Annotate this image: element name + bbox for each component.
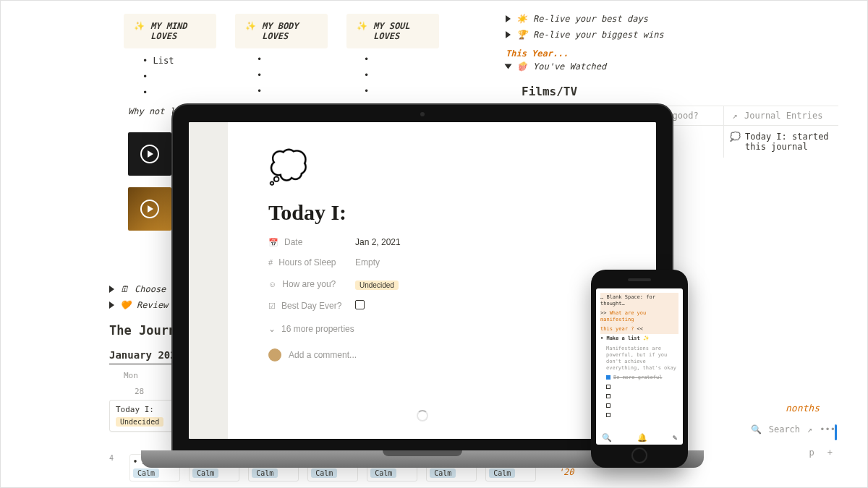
love-card-label: MY BODY LOVES <box>262 21 318 41</box>
day-number: 28 <box>135 387 144 396</box>
phone-checkbox[interactable] <box>600 382 678 392</box>
calendar-icon: 🗓 <box>120 284 129 294</box>
toggle-watched[interactable]: 🍿 You've Watched <box>506 59 838 74</box>
toggle-label: Choose <box>135 284 166 294</box>
more-icon[interactable]: ••• <box>820 424 835 435</box>
calendar-icon <box>268 238 278 247</box>
toggle-label: You've Watched <box>533 61 606 72</box>
chevron-down-icon: ⌄ <box>268 324 276 334</box>
webcam-icon <box>420 112 425 116</box>
love-card-mind[interactable]: ✨ MY MIND LOVES <box>124 14 216 48</box>
mid-toggles: 🗓 Choose 🧡 Review <box>109 281 168 313</box>
home-button[interactable] <box>631 448 647 463</box>
popcorn-icon: 🍿 <box>516 61 527 72</box>
search-icon[interactable]: 🔍 <box>751 424 762 435</box>
love-card-label: MY SOUL LOVES <box>373 21 429 41</box>
love-card-soul[interactable]: ✨ MY SOUL LOVES <box>346 14 439 48</box>
bell-icon[interactable]: 🔔 <box>637 433 647 442</box>
prop-date[interactable]: Date Jan 2, 2021 <box>268 232 656 252</box>
triangle-right-icon <box>506 15 511 22</box>
phone-checkbox[interactable] <box>600 392 678 401</box>
toggle-label: Re-live your best days <box>533 14 648 24</box>
love-card-body[interactable]: ✨ MY BODY LOVES <box>235 14 328 48</box>
selection-handle[interactable] <box>835 424 837 440</box>
phone-checkbox[interactable]: Be-more-grateful <box>600 373 678 382</box>
toggle-relive-days[interactable]: ☀️ Re-live your best days <box>506 11 838 27</box>
prop-value: Empty <box>355 257 380 267</box>
loading-spinner-icon <box>417 410 428 421</box>
notion-page: 💭 Today I: Date Jan 2, 2021 Hours of Sle… <box>189 122 656 439</box>
sparkles-icon: ✨ <box>134 21 145 31</box>
month-underline <box>109 364 182 364</box>
page-edge-shadow <box>189 122 228 439</box>
db-toolbar: 🔍 Search ↗ ••• <box>751 424 835 435</box>
thought-icon: 💭 <box>730 132 741 142</box>
phone-speaker <box>628 278 651 281</box>
tag-undecided: Undecided <box>116 417 163 427</box>
phone-line: Manifestations are powerful, but if you … <box>600 344 678 373</box>
trophy-icon: 🏆 <box>516 30 527 40</box>
relation-icon: ↗ <box>730 111 740 121</box>
phone-line[interactable]: • Make a list ✨ <box>600 334 678 343</box>
video-thumbnail-2[interactable] <box>128 187 171 231</box>
select-icon <box>268 280 276 288</box>
number-icon <box>268 258 273 267</box>
phone-bottom-nav: 🔍 🔔 ✎ <box>596 432 683 443</box>
films-heading: Films/TV <box>522 85 838 98</box>
prop-hours[interactable]: Hours of Sleep Empty <box>268 252 656 273</box>
expand-icon[interactable]: ↗ <box>807 424 812 435</box>
triangle-right-icon <box>109 301 114 309</box>
related-entry[interactable]: 💭 Today I: started this journal <box>730 132 833 152</box>
phone-checkbox[interactable] <box>600 401 678 411</box>
toggle-review[interactable]: 🧡 Review <box>109 297 168 313</box>
search-icon[interactable]: 🔍 <box>602 433 612 442</box>
entry-title: Today I: <box>116 405 168 414</box>
db-footer: p + <box>809 448 833 458</box>
related-entry-label: Today I: started this journal <box>745 132 833 152</box>
triangle-down-icon <box>505 64 512 69</box>
footer-p: p <box>809 448 814 458</box>
months-link[interactable]: nonths <box>786 403 820 414</box>
search-label[interactable]: Search <box>769 424 800 435</box>
avatar <box>268 348 281 361</box>
phone-mock: … Blank Space: for thought… >> What are … <box>591 270 688 468</box>
compose-icon[interactable]: ✎ <box>672 433 677 442</box>
sparkles-icon: ✨ <box>245 21 256 31</box>
prop-value: Jan 2, 2021 <box>355 237 401 247</box>
play-icon <box>140 200 159 218</box>
toggle-relive-wins[interactable]: 🏆 Re-live your biggest wins <box>506 27 838 43</box>
toggle-label: Review <box>137 300 168 310</box>
sparkles-icon: ✨ <box>357 21 367 31</box>
page-icon-thought[interactable]: 💭 <box>268 148 656 186</box>
col-journal-entries[interactable]: ↗Journal Entries <box>724 106 838 125</box>
weekday-header: Mon <box>124 371 138 380</box>
tag-undecided: Undecided <box>355 281 399 290</box>
toggle-label: Re-live your biggest wins <box>533 30 664 40</box>
this-year-heading: This Year... <box>506 48 838 59</box>
calendar-entry-card[interactable]: Today I: Undecided <box>109 400 174 432</box>
checkbox-empty[interactable] <box>355 300 365 309</box>
phone-checkbox[interactable] <box>600 411 678 420</box>
strip-daynum: 4 <box>109 454 114 462</box>
video-thumbnail-1[interactable] <box>128 132 171 176</box>
body-bullets <box>257 48 262 102</box>
toggle-choose[interactable]: 🗓 Choose <box>109 281 168 297</box>
phone-line[interactable]: … Blank Space: for thought… <box>600 293 678 309</box>
play-icon <box>140 145 159 163</box>
soul-bullets <box>364 48 369 102</box>
phone-line[interactable]: >> What are you manifesting <box>600 309 678 325</box>
love-card-label: MY MIND LOVES <box>150 21 206 41</box>
triangle-right-icon <box>109 286 114 293</box>
heart-icon: 🧡 <box>120 300 131 310</box>
page-title[interactable]: Today I: <box>268 200 656 225</box>
sun-icon: ☀️ <box>516 14 527 24</box>
phone-screen: … Blank Space: for thought… >> What are … <box>596 288 683 445</box>
triangle-right-icon <box>506 31 511 38</box>
footer-plus[interactable]: + <box>827 448 833 458</box>
phone-line[interactable]: this year ? << <box>600 325 678 334</box>
checkbox-prop-icon <box>268 301 276 311</box>
comment-placeholder: Add a comment... <box>289 350 357 360</box>
